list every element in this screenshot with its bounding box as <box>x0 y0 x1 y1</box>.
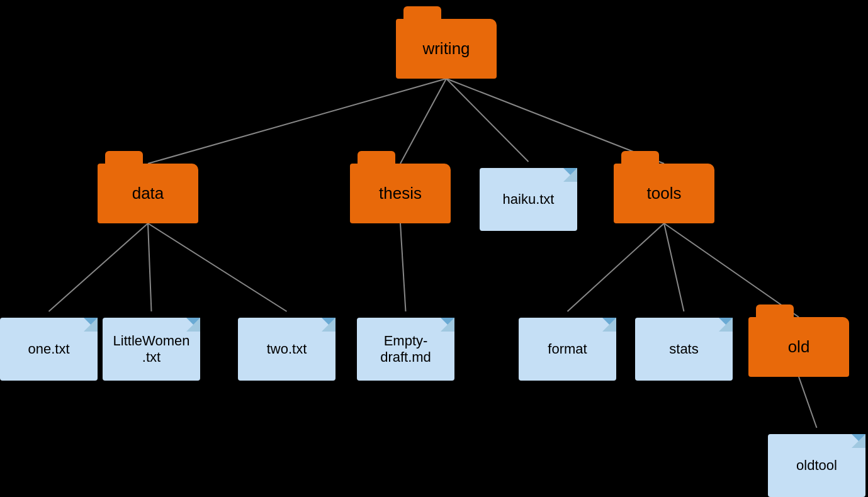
file-icon-stats: stats <box>635 311 733 381</box>
folder-icon-thesis: thesis <box>350 151 451 223</box>
file-label-haiku: haiku.txt <box>480 191 577 208</box>
node-one[interactable]: one.txt <box>0 311 98 381</box>
node-thesis[interactable]: thesis <box>350 151 451 223</box>
file-label-one: one.txt <box>0 341 98 357</box>
svg-line-4 <box>49 223 149 311</box>
folder-icon-writing: writing <box>396 6 497 79</box>
svg-line-2 <box>446 79 529 162</box>
svg-line-8 <box>568 223 665 311</box>
node-haiku[interactable]: haiku.txt <box>480 162 577 231</box>
svg-line-6 <box>148 223 287 311</box>
file-label-emptydraft: Empty-draft.md <box>357 333 454 366</box>
folder-label-data: data <box>132 184 164 203</box>
svg-line-11 <box>799 377 817 428</box>
node-writing[interactable]: writing <box>396 6 497 79</box>
file-label-stats: stats <box>635 341 733 357</box>
file-icon-emptydraft: Empty-draft.md <box>357 311 454 381</box>
folder-label-old: old <box>788 337 810 357</box>
file-icon-littlewomen: LittleWomen.txt <box>103 311 200 381</box>
folder-label-writing: writing <box>422 39 470 59</box>
file-icon-one: one.txt <box>0 311 98 381</box>
node-old[interactable]: old <box>748 304 849 377</box>
svg-line-10 <box>664 223 799 317</box>
folder-icon-data: data <box>98 151 198 223</box>
node-format[interactable]: format <box>519 311 616 381</box>
file-label-format: format <box>519 341 616 357</box>
file-icon-haiku: haiku.txt <box>480 162 577 231</box>
file-label-oldtool: oldtool <box>768 457 865 474</box>
node-stats[interactable]: stats <box>635 311 733 381</box>
svg-line-7 <box>400 223 406 311</box>
file-label-two: two.txt <box>238 341 335 357</box>
file-icon-two: two.txt <box>238 311 335 381</box>
node-tools[interactable]: tools <box>614 151 714 223</box>
file-icon-format: format <box>519 311 616 381</box>
folder-icon-old: old <box>748 304 849 377</box>
node-littlewomen[interactable]: LittleWomen.txt <box>103 311 200 381</box>
node-two[interactable]: two.txt <box>238 311 335 381</box>
folder-icon-tools: tools <box>614 151 714 223</box>
folder-label-thesis: thesis <box>379 184 422 203</box>
svg-line-5 <box>148 223 152 311</box>
file-icon-oldtool: oldtool <box>768 428 865 497</box>
node-oldtool[interactable]: oldtool <box>768 428 865 497</box>
tree-diagram: writing data thesis haiku.txt <box>0 0 868 497</box>
file-label-littlewomen: LittleWomen.txt <box>103 333 200 366</box>
svg-line-9 <box>664 223 684 311</box>
node-data[interactable]: data <box>98 151 198 223</box>
folder-label-tools: tools <box>647 184 682 203</box>
node-emptydraft[interactable]: Empty-draft.md <box>357 311 454 381</box>
